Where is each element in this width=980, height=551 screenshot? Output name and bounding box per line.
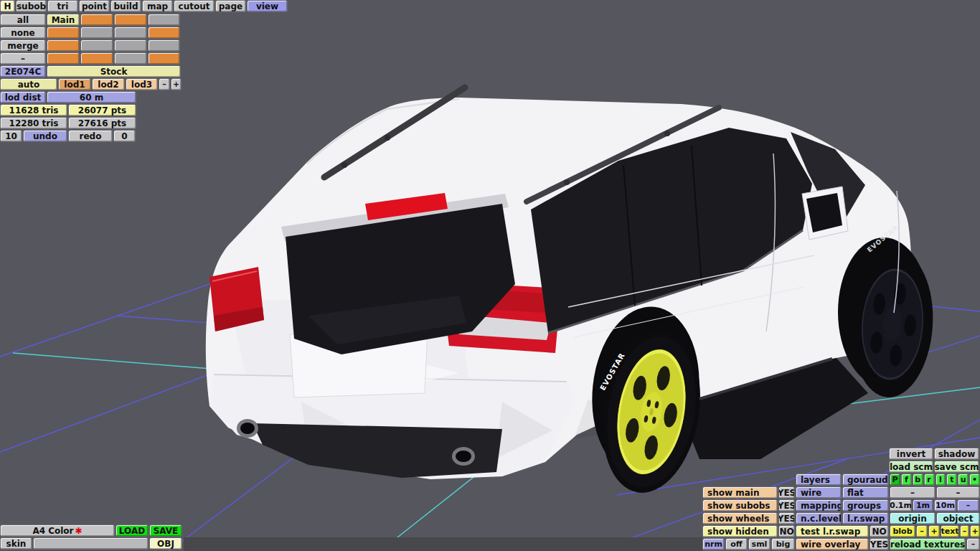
subobj-cell[interactable] bbox=[47, 27, 80, 39]
color-scheme-name-button[interactable]: A4 Color✱ bbox=[0, 524, 115, 537]
reload-textures-button[interactable]: reload textures bbox=[890, 538, 966, 550]
test-lr-swap-value[interactable]: NO bbox=[870, 525, 889, 537]
subobj-cell[interactable] bbox=[80, 39, 113, 52]
load-button[interactable]: LOAD bbox=[116, 524, 149, 537]
show-main-value[interactable]: YES bbox=[778, 486, 795, 499]
subobj-cell[interactable] bbox=[114, 27, 147, 39]
big-button[interactable]: big bbox=[771, 538, 795, 550]
off-button[interactable]: off bbox=[725, 538, 748, 550]
proj-t-button[interactable]: t bbox=[946, 474, 957, 486]
lod-minus-button[interactable]: – bbox=[159, 78, 170, 90]
subobj-cell[interactable] bbox=[114, 14, 147, 26]
grid-step-10m-button[interactable]: 10m bbox=[934, 499, 956, 512]
blob-plus-button[interactable]: + bbox=[928, 525, 940, 537]
menu-item-build[interactable]: build bbox=[110, 0, 141, 12]
select-all-button[interactable]: all bbox=[0, 14, 46, 26]
car-model[interactable]: EVOSTAR EVOSTAR bbox=[206, 88, 938, 501]
lod2-button[interactable]: lod2 bbox=[92, 78, 125, 90]
object-button[interactable]: object bbox=[936, 512, 980, 524]
grid-step-dash-button[interactable]: – bbox=[957, 499, 979, 512]
groups-button[interactable]: groups bbox=[842, 499, 889, 512]
blob-minus-button[interactable]: – bbox=[916, 525, 928, 537]
subobj-cell[interactable] bbox=[80, 27, 113, 39]
subobj-cell[interactable] bbox=[148, 14, 180, 26]
grid-step-01m-button[interactable]: 0.1m bbox=[890, 499, 912, 512]
origin-button[interactable]: origin bbox=[890, 512, 936, 524]
sml-button[interactable]: sml bbox=[748, 538, 771, 550]
show-main-button[interactable]: show main bbox=[702, 486, 778, 499]
blob-button[interactable]: blob bbox=[890, 525, 915, 537]
menu-item-tri[interactable]: tri bbox=[47, 0, 78, 12]
select-none-button[interactable]: none bbox=[0, 27, 46, 39]
lr-swap-button[interactable]: l.r.swap bbox=[842, 512, 889, 524]
flat-button[interactable]: flat bbox=[842, 486, 889, 499]
test-lr-swap-button[interactable]: test l.r.swap bbox=[796, 525, 869, 537]
save-scm-button[interactable]: save scm bbox=[934, 461, 979, 473]
text-plus-button[interactable]: + bbox=[970, 525, 980, 537]
select-minus-button[interactable]: – bbox=[0, 52, 46, 65]
obj-button[interactable]: OBJ bbox=[149, 537, 182, 550]
subobj-cell[interactable] bbox=[80, 52, 113, 65]
nrm-button[interactable]: nrm bbox=[702, 538, 725, 550]
lod-plus-button[interactable]: + bbox=[171, 78, 182, 90]
lod1-button[interactable]: lod1 bbox=[58, 78, 91, 90]
subobj-cell[interactable] bbox=[47, 52, 80, 65]
subobj-cell[interactable] bbox=[114, 52, 147, 65]
menu-item-page[interactable]: page bbox=[215, 0, 246, 12]
undo-button[interactable]: undo bbox=[23, 130, 67, 142]
text-button[interactable]: text bbox=[941, 525, 959, 537]
wire-overlay-button[interactable]: wire overlay bbox=[796, 538, 869, 550]
proj-r-button[interactable]: r bbox=[924, 474, 935, 486]
wire-button[interactable]: wire bbox=[796, 486, 842, 499]
proj-f-button[interactable]: f bbox=[901, 474, 912, 486]
menu-item-view[interactable]: view bbox=[247, 0, 288, 12]
nc-level-button[interactable]: n.c.level bbox=[796, 512, 842, 524]
layers-button[interactable]: layers bbox=[796, 474, 842, 486]
dash-b-button[interactable]: – bbox=[936, 486, 980, 499]
subobj-cell[interactable] bbox=[148, 52, 180, 65]
wire-overlay-value[interactable]: YES bbox=[870, 538, 889, 550]
show-hidden-button[interactable]: show hidden bbox=[702, 525, 778, 537]
grid-step-1m-button[interactable]: 1m bbox=[913, 499, 933, 512]
show-wheels-value[interactable]: YES bbox=[778, 512, 795, 524]
proj-b-button[interactable]: b bbox=[913, 474, 923, 486]
proj-dot-button[interactable]: • bbox=[969, 474, 980, 486]
model-name-button[interactable]: Stock bbox=[47, 65, 181, 77]
show-wheels-button[interactable]: show wheels bbox=[702, 512, 778, 524]
menu-item-cutout[interactable]: cutout bbox=[174, 0, 215, 12]
lod-auto-button[interactable]: auto bbox=[0, 78, 57, 90]
proj-l-button[interactable]: l bbox=[936, 474, 946, 486]
redo-button[interactable]: redo bbox=[68, 130, 113, 142]
subobj-cell[interactable] bbox=[80, 14, 113, 26]
subobj-cell[interactable] bbox=[148, 39, 180, 52]
select-merge-button[interactable]: merge bbox=[0, 39, 46, 52]
menu-item-h[interactable]: H bbox=[0, 0, 15, 12]
subobj-cell[interactable] bbox=[148, 27, 180, 39]
lod-dist-value[interactable]: 60 m bbox=[47, 91, 136, 103]
skin-button[interactable]: skin bbox=[0, 537, 32, 550]
skin-value-field[interactable] bbox=[33, 537, 149, 550]
menu-item-map[interactable]: map bbox=[142, 0, 173, 12]
menu-item-subob[interactable]: subob bbox=[16, 0, 47, 12]
gouraud-button[interactable]: gouraud bbox=[842, 474, 889, 486]
show-hidden-value[interactable]: NO bbox=[778, 525, 795, 537]
subobj-cell[interactable] bbox=[114, 39, 147, 52]
menu-item-point[interactable]: point bbox=[79, 0, 110, 12]
text-minus-button[interactable]: – bbox=[960, 525, 969, 537]
mappings-button[interactable]: mappings bbox=[796, 499, 842, 512]
subobj-main-button[interactable]: Main bbox=[47, 14, 80, 26]
save-button[interactable]: SAVE bbox=[149, 524, 182, 537]
invert-button[interactable]: invert bbox=[889, 448, 933, 460]
show-subobs-button[interactable]: show subobs bbox=[702, 499, 778, 512]
reload-dash-button[interactable]: – bbox=[966, 538, 980, 550]
shadow-button[interactable]: shadow bbox=[934, 448, 979, 460]
proj-p-button[interactable]: P bbox=[890, 474, 900, 486]
subobj-cell[interactable] bbox=[47, 39, 80, 52]
lod3-button[interactable]: lod3 bbox=[126, 78, 158, 90]
taillight-left bbox=[209, 267, 264, 331]
proj-u-button[interactable]: u bbox=[958, 474, 969, 486]
color-id-field[interactable]: 2E074C bbox=[0, 65, 46, 77]
show-subobs-value[interactable]: YES bbox=[778, 499, 795, 512]
dash-a-button[interactable]: – bbox=[890, 486, 936, 499]
load-scm-button[interactable]: load scm bbox=[889, 461, 933, 473]
